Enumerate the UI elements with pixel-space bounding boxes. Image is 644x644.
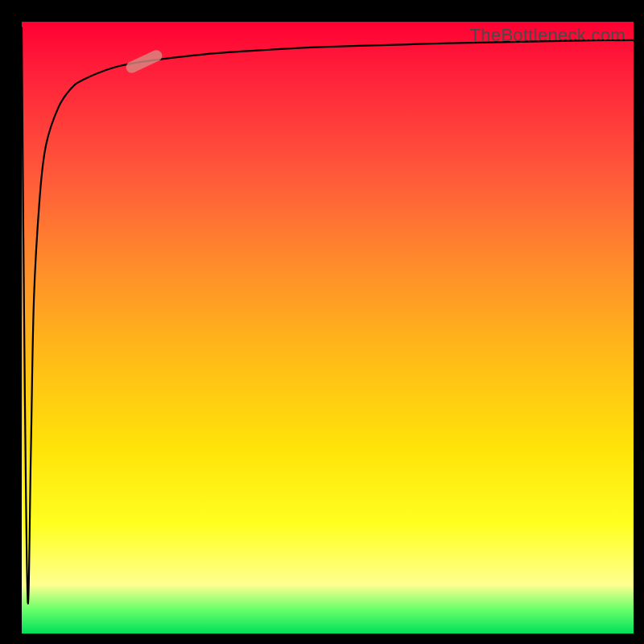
chart-frame: TheBottleneck.com [0,0,644,644]
plot-area: TheBottleneck.com [22,22,634,634]
highlight-marker [124,48,163,75]
curve-layer [22,22,634,634]
bottleneck-curve [22,28,634,604]
svg-rect-0 [124,48,163,75]
